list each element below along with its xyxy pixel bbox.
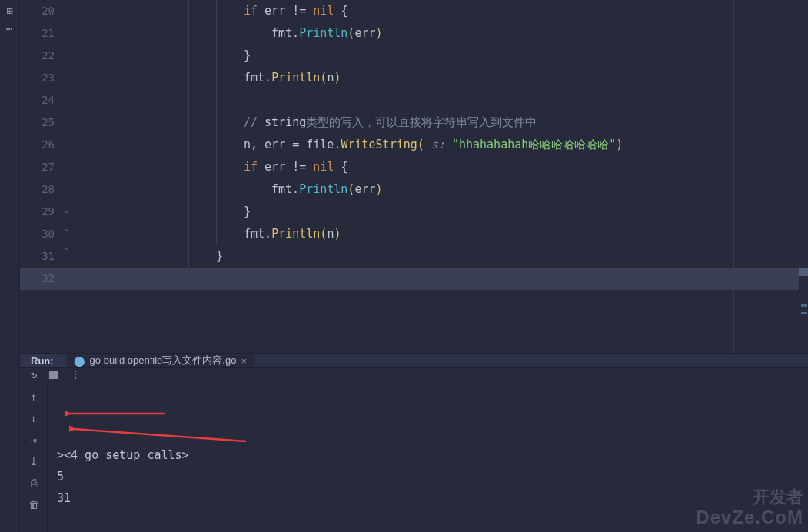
code-line[interactable]: 32 (71, 268, 808, 290)
line-number: 32 (20, 268, 62, 290)
code-content: n, err = file.WriteString( s: "hhahahaha… (244, 134, 623, 156)
code-line[interactable]: 26n, err = file.WriteString( s: "hhahaha… (71, 134, 808, 156)
indent-guide (161, 45, 161, 67)
indent-guide (188, 245, 189, 268)
code-line[interactable]: 21fmt.Println(err) (71, 22, 808, 45)
indent-guide (188, 201, 189, 223)
delete-icon[interactable]: 🗑 (28, 498, 39, 510)
indent-guide (216, 0, 217, 22)
run-tab[interactable]: Run: (20, 354, 65, 367)
indent-guide (216, 156, 217, 178)
line-number: 22 (20, 45, 62, 67)
indent-guide (188, 268, 189, 290)
line-number: 27 (20, 156, 62, 178)
fold-mark-icon[interactable]: ⌃ (64, 228, 69, 238)
rerun-icon[interactable]: ↻ (31, 368, 37, 381)
code-editor[interactable]: ⌄ ⌃ ⌃ 20if err != nil {21fmt.Println(err… (20, 0, 808, 353)
watermark: 开发者 DevZe.CoM (696, 488, 803, 527)
indent-guide (188, 178, 189, 201)
code-line[interactable]: 30fmt.Println(n) (71, 223, 808, 245)
print-icon[interactable]: ⎙ (31, 477, 37, 489)
indent-guide (161, 268, 161, 290)
more-icon[interactable]: … (6, 20, 13, 32)
code-content: if err != nil { (244, 156, 347, 178)
code-line[interactable]: 25// string类型的写入，可以直接将字符串写入到文件中 (71, 111, 808, 134)
indent-guide (188, 134, 189, 156)
scrollbar-marker (801, 304, 807, 307)
indent-guide (161, 245, 161, 268)
run-console[interactable]: ><4 go setup calls>531Process finished w… (48, 381, 808, 532)
indent-guide (161, 156, 161, 178)
indent-guide (216, 201, 217, 223)
indent-guide (244, 178, 244, 201)
code-line[interactable]: 24 (71, 89, 808, 111)
watermark-text: DevZe.CoM (696, 507, 803, 527)
indent-guide (161, 201, 161, 223)
code-line[interactable]: 28fmt.Println(err) (71, 178, 808, 201)
run-panel: Run: ⬤ go build openfile写入文件内容.go × ↻ ⋮ … (20, 353, 808, 532)
indent-guide (188, 223, 189, 245)
code-content: if err != nil { (244, 0, 347, 22)
code-line[interactable]: 22} (71, 45, 808, 67)
code-content: // string类型的写入，可以直接将字符串写入到文件中 (244, 111, 537, 134)
fold-mark-icon[interactable]: ⌃ (64, 246, 69, 256)
code-line[interactable]: 29} (71, 201, 808, 223)
run-config-name: go build openfile写入文件内容.go (90, 354, 237, 367)
structure-icon[interactable]: ⊞ (6, 5, 12, 17)
run-config-tab[interactable]: ⬤ go build openfile写入文件内容.go × (66, 354, 254, 367)
annotation-arrow (65, 407, 172, 421)
code-content: fmt.Println(n) (244, 223, 341, 245)
line-number: 21 (20, 22, 62, 45)
down-icon[interactable]: ↓ (30, 412, 36, 424)
soft-wrap-icon[interactable]: ⇥ (30, 434, 36, 446)
svg-line-1 (74, 429, 246, 441)
run-tabs: Run: ⬤ go build openfile写入文件内容.go × (20, 354, 808, 368)
more-actions-icon[interactable]: ⋮ (70, 368, 81, 381)
scrollbar[interactable] (799, 0, 808, 353)
indent-guide (216, 45, 217, 67)
indent-guide (161, 134, 161, 156)
code-content: fmt.Println(err) (271, 178, 383, 201)
code-line[interactable]: 27if err != nil { (71, 156, 808, 178)
stop-button[interactable] (49, 371, 58, 379)
indent-guide (188, 22, 189, 45)
close-icon[interactable]: × (241, 355, 247, 367)
indent-guide (161, 111, 161, 134)
indent-guide (161, 223, 161, 245)
indent-guide (188, 111, 189, 134)
fold-column: ⌄ ⌃ ⌃ (62, 0, 71, 353)
indent-guide (188, 89, 189, 111)
console-line: 5 (57, 466, 799, 487)
indent-guide (216, 223, 217, 245)
scroll-to-end-icon[interactable]: ⤓ (29, 455, 38, 467)
code-area[interactable]: 20if err != nil {21fmt.Println(err)22}23… (71, 0, 808, 353)
go-icon: ⬤ (74, 355, 85, 367)
run-toolbar: ↻ ⋮ (20, 368, 808, 381)
indent-guide (161, 67, 161, 89)
code-content: } (244, 45, 251, 67)
code-content: fmt.Println(n) (244, 67, 341, 89)
code-line[interactable]: 20if err != nil { (71, 0, 808, 22)
line-number: 29 (20, 201, 62, 223)
code-line[interactable]: 23fmt.Println(n) (71, 67, 808, 89)
scrollbar-marker (801, 312, 807, 314)
left-rail-lower (0, 353, 20, 532)
indent-guide (216, 89, 217, 111)
fold-mark-icon[interactable]: ⌄ (64, 204, 69, 214)
indent-guide (161, 89, 161, 111)
run-side-toolbar: ↑ ↓ ⇥ ⤓ ⎙ 🗑 (20, 381, 48, 532)
indent-guide (216, 134, 217, 156)
indent-guide (244, 22, 244, 45)
indent-guide (188, 0, 189, 22)
code-content: } (244, 201, 251, 223)
console-line: ><4 go setup calls> (57, 444, 799, 466)
line-number: 23 (20, 67, 62, 89)
indent-guide (188, 67, 189, 89)
up-icon[interactable]: ↑ (30, 391, 36, 403)
code-line[interactable]: 31} (71, 245, 808, 268)
run-body: ↑ ↓ ⇥ ⤓ ⎙ 🗑 ><4 go setup calls>531Proces… (20, 381, 808, 532)
indent-guide (161, 0, 161, 22)
scrollbar-thumb[interactable] (799, 268, 808, 276)
indent-guide (216, 111, 217, 134)
line-number: 25 (20, 111, 62, 134)
